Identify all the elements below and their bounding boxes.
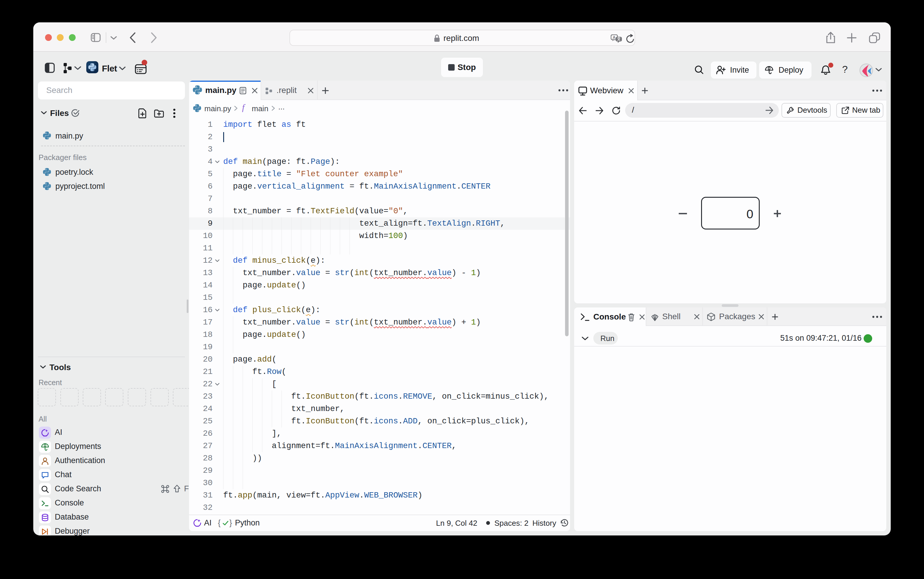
svg-text:A: A: [613, 35, 616, 40]
